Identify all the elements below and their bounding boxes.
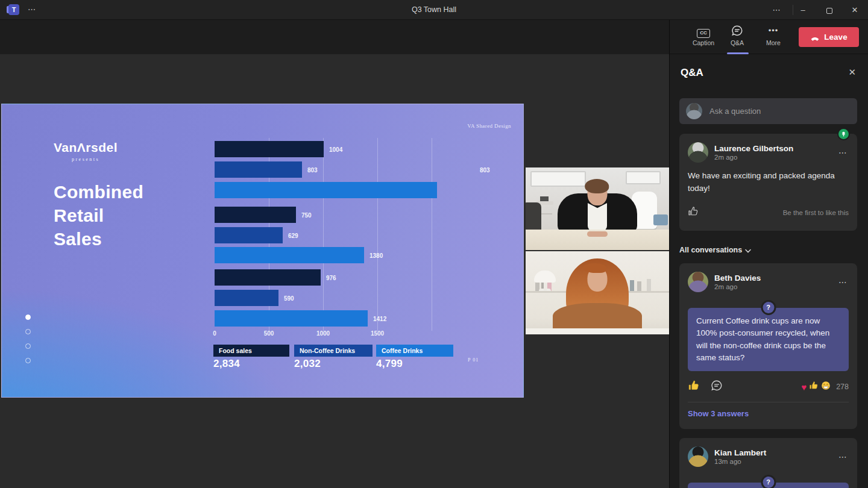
bar-value-label: 750: [301, 211, 312, 218]
show-answers-link[interactable]: Show 3 answers: [688, 409, 749, 418]
shared-presentation-slide: VA Shared Design VanΛrsdel presents Comb…: [1, 104, 524, 398]
bar: 1004: [215, 141, 324, 157]
x-axis-tick: 1500: [371, 330, 384, 337]
window-title: Q3 Town Hall: [0, 0, 868, 20]
thumb-reaction-icon[interactable]: [809, 381, 819, 393]
total-non-coffee: 2,032: [294, 358, 321, 370]
bar-value-label: 1004: [329, 146, 342, 152]
gridline: [432, 138, 432, 331]
bar: 1380: [215, 247, 364, 263]
post-text: We have an exciting and packed agenda to…: [688, 170, 849, 195]
brand-presents: presents: [54, 157, 118, 162]
active-tab-underline: [727, 52, 749, 54]
slide-page-label: P 01: [468, 357, 479, 363]
question-bubble: ?: [688, 483, 849, 488]
bar-value-label: 976: [326, 274, 336, 281]
more-button[interactable]: ••• More: [758, 25, 789, 46]
chevron-down-icon: [745, 249, 751, 253]
question-text: Current Coffee drink cups are now 100% p…: [696, 316, 829, 362]
total-food-sales: 2,834: [213, 358, 240, 370]
minimize-button[interactable]: –: [791, 0, 815, 20]
caption-icon: CC: [697, 29, 710, 38]
bar-value-label: 803: [480, 167, 490, 174]
question-bubble: ? Current Coffee drink cups are now 100%…: [688, 308, 849, 371]
question-badge-icon: ?: [761, 475, 776, 488]
post-time: 2m ago: [714, 283, 837, 290]
leave-button[interactable]: Leave: [799, 27, 859, 47]
bar-value-label: 803: [307, 166, 318, 173]
post-author: Kian Lambert: [714, 448, 837, 457]
brand-logo: VanΛrsdel presents: [54, 140, 118, 162]
post-time: 2m ago: [714, 154, 837, 161]
window-menu-icon[interactable]: ⋯: [764, 0, 788, 20]
bar-value-label: 629: [288, 232, 298, 239]
x-axis-tick: 500: [264, 330, 274, 337]
gridline: [377, 138, 378, 331]
close-window-button[interactable]: ✕: [843, 0, 867, 20]
qa-button[interactable]: Q&A: [722, 25, 753, 46]
participant-video-2[interactable]: [526, 251, 669, 334]
bar-value-label: 1412: [373, 315, 386, 322]
gridline: [323, 138, 324, 331]
more-icon: •••: [758, 25, 789, 38]
qa-panel-title: Q&A: [681, 67, 703, 79]
qa-panel: CC Caption Q&A ••• More Leave Q&A ✕ Ask …: [669, 20, 868, 488]
x-axis-tick: 1000: [316, 330, 330, 337]
bar: 590: [215, 290, 278, 306]
qa-bubble-icon: [722, 25, 753, 38]
maximize-button[interactable]: [817, 0, 841, 20]
stage-top-strip: [0, 20, 669, 54]
legend-chip-food-sales: Food sales: [213, 345, 289, 357]
post-time: 13m ago: [714, 458, 837, 465]
pagination-dot[interactable]: [25, 343, 31, 349]
post-menu-icon[interactable]: ⋯: [837, 276, 849, 288]
divider: [688, 402, 849, 402]
ask-question-placeholder: Ask a question: [709, 98, 761, 124]
pinned-announcement-icon: [837, 128, 850, 140]
slide-title: Combined Retail Sales: [54, 180, 143, 251]
slide-pagination-dots[interactable]: [25, 314, 31, 372]
participant-video-1[interactable]: [526, 167, 669, 250]
bar: 750: [215, 207, 296, 223]
post-menu-icon[interactable]: ⋯: [837, 146, 849, 158]
reaction-count: 278: [836, 383, 849, 391]
ask-question-input[interactable]: Ask a question: [679, 98, 857, 124]
caption-button[interactable]: CC Caption: [688, 25, 719, 46]
pagination-dot-active[interactable]: [25, 314, 31, 320]
bar-value-label: 590: [284, 295, 294, 301]
qa-post-kian: Kian Lambert 13m ago ⋯ ?: [679, 438, 857, 488]
avatar-laurence: [688, 142, 708, 163]
bar: [215, 182, 437, 198]
hang-up-icon: [810, 34, 820, 42]
question-badge-icon: ?: [761, 300, 776, 315]
bar: 803: [215, 161, 302, 178]
legend-chip-non-coffee: Non-Coffee Drinks: [294, 345, 373, 357]
laugh-reaction-icon[interactable]: [821, 381, 831, 393]
qa-post-beth: Beth Davies 2m ago ⋯ ? Current Coffee dr…: [679, 263, 857, 429]
reply-icon[interactable]: [711, 380, 723, 394]
brand-name: VanΛrsdel: [54, 140, 118, 155]
bar: 976: [215, 269, 321, 286]
bar-value-label: 1380: [370, 252, 383, 258]
total-coffee: 4,799: [376, 358, 403, 370]
avatar-beth: [688, 272, 708, 292]
bar: 629: [215, 227, 283, 243]
post-author: Laurence Gilbertson: [714, 144, 837, 153]
qa-post-laurence: Laurence Gilbertson 2m ago ⋯ We have an …: [679, 134, 857, 231]
avatar-kian: [688, 446, 708, 467]
x-axis-tick: 0: [213, 330, 216, 337]
titlebar: T ⋯ Q3 Town Hall ⋯ – ✕: [0, 0, 868, 20]
pagination-dot[interactable]: [25, 358, 31, 363]
conversations-filter[interactable]: All conversations: [679, 246, 751, 254]
bar: 1412: [215, 310, 368, 327]
thumbs-up-reaction-button[interactable]: [688, 380, 700, 394]
self-avatar: [686, 103, 702, 119]
pagination-dot[interactable]: [25, 329, 31, 334]
qa-close-icon[interactable]: ✕: [848, 67, 856, 78]
meeting-stage: VA Shared Design VanΛrsdel presents Comb…: [0, 20, 669, 488]
like-thumb-icon[interactable]: [688, 206, 699, 219]
heart-reaction-icon[interactable]: ♥: [801, 382, 807, 392]
meeting-controls: CC Caption Q&A ••• More Leave: [670, 20, 868, 54]
legend-chip-coffee: Coffee Drinks: [376, 345, 453, 357]
post-menu-icon[interactable]: ⋯: [837, 451, 849, 463]
